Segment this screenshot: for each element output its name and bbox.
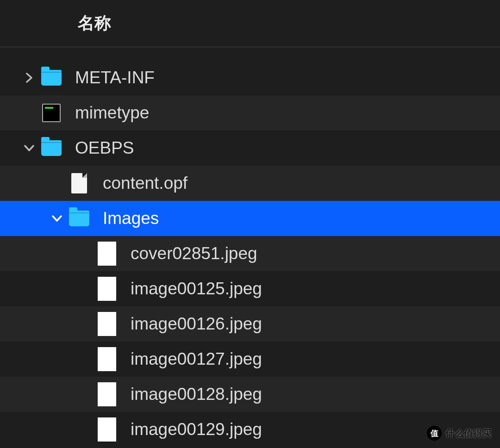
tree-row-label: image00126.jpeg <box>131 314 262 334</box>
watermark: 值 什么值得买 <box>427 426 492 441</box>
watermark-badge-icon: 值 <box>427 426 442 441</box>
tree-row-images[interactable]: Images <box>0 201 500 236</box>
tree-row-meta-inf[interactable]: META-INF <box>0 60 500 95</box>
tree-row-mimetype[interactable]: mimetype <box>0 95 500 131</box>
image-thumbnail-icon <box>95 277 119 300</box>
tree-row-label: Images <box>103 209 159 228</box>
tree-row-label: cover02851.jpeg <box>131 244 257 263</box>
tree-row-label: content.opf <box>103 174 188 193</box>
tree-row-content[interactable]: content.opf <box>0 166 500 201</box>
terminal-file-icon <box>40 101 63 124</box>
file-tree: META-INFmimetypeOEBPScontent.opfImagesco… <box>0 47 500 447</box>
tree-row-oebps[interactable]: OEBPS <box>0 131 500 166</box>
chevron-right-icon[interactable] <box>19 73 40 83</box>
folder-icon <box>40 137 63 160</box>
tree-row-label: META-INF <box>75 68 155 87</box>
tree-row-img125[interactable]: image00125.jpeg <box>0 271 500 306</box>
tree-row-img126[interactable]: image00126.jpeg <box>0 306 500 342</box>
file-icon <box>68 172 91 195</box>
tree-row-img129[interactable]: image00129.jpeg <box>0 412 500 447</box>
tree-row-img127[interactable]: image00127.jpeg <box>0 342 500 377</box>
image-thumbnail-icon <box>95 383 119 406</box>
tree-row-label: image00129.jpeg <box>131 420 262 439</box>
chevron-down-icon[interactable] <box>46 215 68 222</box>
tree-row-label: image00128.jpeg <box>131 385 262 404</box>
folder-icon <box>40 66 63 89</box>
tree-row-label: OEBPS <box>75 138 134 158</box>
tree-row-cover[interactable]: cover02851.jpeg <box>0 236 500 271</box>
image-thumbnail-icon <box>95 348 119 371</box>
column-header[interactable]: 名称 <box>0 0 500 47</box>
image-thumbnail-icon <box>95 312 119 336</box>
image-thumbnail-icon <box>95 418 119 441</box>
tree-row-img128[interactable]: image00128.jpeg <box>0 377 500 412</box>
chevron-down-icon[interactable] <box>19 144 40 152</box>
tree-row-label: image00127.jpeg <box>131 349 262 369</box>
image-thumbnail-icon <box>95 242 119 265</box>
watermark-text: 什么值得买 <box>445 427 492 440</box>
folder-icon <box>68 207 91 230</box>
tree-row-label: mimetype <box>75 103 149 123</box>
tree-row-label: image00125.jpeg <box>131 279 262 299</box>
column-header-name: 名称 <box>78 12 111 35</box>
